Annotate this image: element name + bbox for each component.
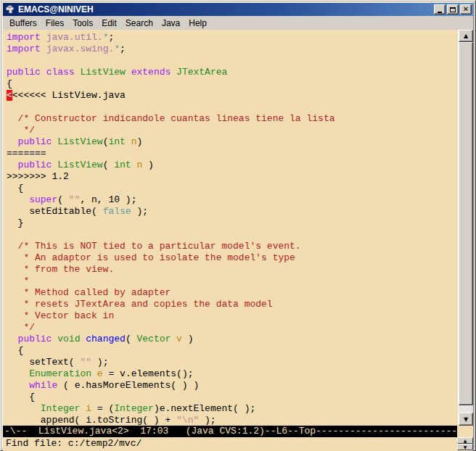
code-token: );	[91, 357, 108, 368]
code-token: import	[7, 32, 41, 43]
code-token: */	[7, 322, 35, 333]
minibuffer-scrollbar: ▲ ▼	[457, 437, 473, 451]
code-line: * Method called by adapter	[7, 287, 458, 299]
code-token: ListView	[80, 67, 125, 78]
code-line: setText( "" );	[7, 357, 458, 368]
menu-item-search[interactable]: Search	[121, 17, 157, 30]
code-token	[7, 160, 18, 170]
window-controls: ✕	[434, 4, 472, 15]
menu-item-java[interactable]: Java	[157, 17, 184, 30]
minibuffer[interactable]: Find file: c:/temp2/mvc/	[3, 437, 457, 451]
window-frame: EMACS@NINIVEH ✕ BuffersFilesToolsEditSea…	[2, 2, 474, 449]
emacs-window: EMACS@NINIVEH ✕ BuffersFilesToolsEditSea…	[0, 0, 476, 451]
code-line: super( "", n, 10 );	[7, 194, 458, 206]
code-line: <<<<<<< ListView.java	[7, 90, 458, 102]
code-token: public	[18, 334, 52, 344]
code-token: int	[114, 160, 131, 170]
scroll-down-icon: ▼	[464, 416, 468, 423]
scroll-down-button[interactable]: ▼	[459, 413, 473, 426]
code-token: JTextArea	[176, 67, 227, 78]
editor-area[interactable]: import java.util.*;import javax.swing.*;…	[3, 30, 458, 426]
code-token: )	[137, 136, 143, 147]
code-token: *	[7, 276, 29, 286]
emacs-app-icon	[4, 4, 16, 15]
minibuffer-scroll-down-icon: ▼	[464, 445, 467, 450]
code-token: Vector	[136, 334, 171, 344]
mode-line[interactable]: -\-- ListView.java<2> 17:03 (Java CVS:1.…	[3, 426, 457, 437]
menu-item-buffers[interactable]: Buffers	[5, 17, 41, 30]
scroll-up-button[interactable]: ▲	[459, 30, 473, 42]
code-token: = v.elements();	[103, 368, 194, 379]
minibuffer-input[interactable]: c:/temp2/mvc/	[68, 438, 141, 449]
code-token: {	[7, 392, 35, 402]
code-line: {	[7, 183, 458, 194]
code-line: /* Constructor indicandole cuantas linea…	[7, 113, 458, 125]
minimize-icon	[438, 12, 442, 13]
minibuffer-scroll-up-button[interactable]: ▲	[457, 437, 473, 444]
code-token: super	[29, 194, 57, 205]
code-token	[7, 368, 29, 379]
code-token: *	[114, 44, 120, 54]
code-token	[7, 380, 29, 391]
maximize-icon	[450, 7, 456, 12]
minibuffer-prompt: Find file:	[6, 438, 68, 449]
code-token	[7, 334, 18, 344]
code-token: n	[131, 136, 137, 147]
code-token: javax.swing.	[46, 44, 115, 54]
code-token: * from the view.	[7, 264, 114, 275]
minibuffer-row: Find file: c:/temp2/mvc/ ▲ ▼	[3, 437, 473, 451]
code-line: public void changed( Vector v )	[7, 334, 458, 345]
code-token: >>>>>>> 1.2	[7, 171, 69, 182]
editor-main: import java.util.*;import javax.swing.*;…	[3, 30, 473, 426]
code-line: public ListView(int n)	[7, 136, 458, 148]
close-button[interactable]: ✕	[460, 4, 472, 15]
code-line: {	[7, 392, 458, 403]
scrollbar-thumb[interactable]	[459, 42, 473, 405]
code-line: Enumeration e = v.elements();	[7, 368, 458, 380]
code-line: {	[7, 78, 458, 90]
minibuffer-scroll-down-button[interactable]: ▼	[457, 444, 473, 450]
code-line: import java.util.*;	[7, 32, 458, 44]
menu-item-files[interactable]: Files	[41, 17, 68, 30]
code-line	[7, 55, 458, 67]
code-line: * An adaptor is used to isolate the mode…	[7, 252, 458, 264]
code-token	[7, 136, 18, 147]
code-token: /* This is NOT tied to a particular mode…	[18, 241, 301, 252]
code-token: setText(	[7, 357, 80, 368]
code-token: */	[7, 125, 35, 136]
code-token: public	[18, 160, 52, 170]
code-line: * from the view.	[7, 264, 458, 276]
code-token: void	[57, 334, 80, 344]
text-cursor: <	[7, 90, 12, 101]
code-token: ( e.hasMoreElements( ) )	[57, 380, 199, 391]
code-line: public ListView( int n )	[7, 160, 458, 171]
code-token: false	[103, 206, 131, 217]
code-token: v	[176, 334, 182, 344]
menu-item-help[interactable]: Help	[184, 17, 211, 30]
code-line: * resets JTextArea and copies the data m…	[7, 299, 458, 310]
code-token: e	[97, 368, 103, 379]
code-token: while	[29, 380, 57, 391]
code-line	[7, 229, 458, 241]
code-token: import	[7, 44, 41, 54]
scrollbar[interactable]: ▲ ▼	[458, 30, 473, 426]
code-token: public	[18, 136, 52, 147]
menu-item-edit[interactable]: Edit	[97, 17, 121, 30]
code-token: {	[7, 78, 12, 89]
code-token: Enumeration	[29, 368, 91, 379]
minimize-button[interactable]	[434, 4, 446, 15]
code-token	[7, 113, 18, 124]
code-token: ""	[80, 357, 91, 368]
code-token: * resets JTextArea and copies the data m…	[7, 299, 273, 310]
code-token: changed	[86, 334, 126, 344]
maximize-button[interactable]	[447, 4, 459, 15]
code-token: ""	[69, 194, 81, 205]
code-token	[7, 241, 18, 252]
code-line: * Vector back in	[7, 310, 458, 322]
code-token: * An adaptor is used to isolate the mode…	[7, 252, 295, 263]
code-line: Integer i = (Integer)e.nextElement( );	[7, 403, 458, 415]
code-token: <<<<<< ListView.java	[12, 90, 126, 101]
menu-item-tools[interactable]: Tools	[68, 17, 97, 30]
code-token: ;	[108, 32, 114, 43]
titlebar[interactable]: EMACS@NINIVEH ✕	[3, 3, 473, 16]
